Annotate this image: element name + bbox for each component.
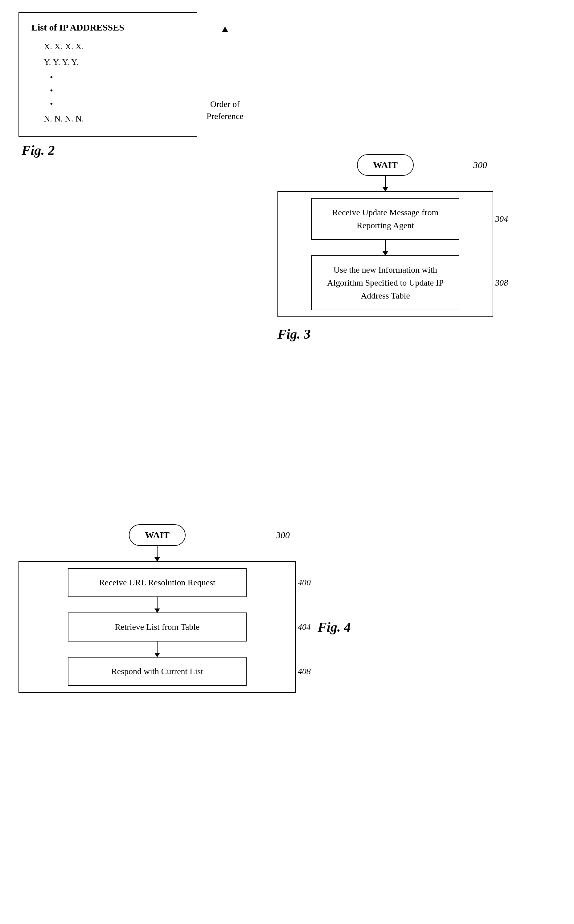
fig4-step3-ref: 408: [298, 667, 311, 676]
fig3-step2-box: Use the new Information with Algorithm S…: [311, 255, 459, 310]
ip-entry-1: X. X. X. X.: [44, 39, 184, 54]
fig4-step2-row: Retrieve List from Table 404 Fig. 4: [25, 613, 289, 641]
fig2-container: List of IP ADDRESSES X. X. X. X. Y. Y. Y…: [19, 12, 271, 137]
fig3-step1-row: Receive Update Message from Reporting Ag…: [284, 198, 486, 240]
fig3-wait-row: WAIT 300: [278, 154, 493, 176]
ip-dots: •: [50, 71, 184, 83]
fig3-arrow-1: [385, 176, 386, 191]
fig4-step1-row: Receive URL Resolution Request 400: [25, 568, 289, 597]
ip-table-box: List of IP ADDRESSES X. X. X. X. Y. Y. Y…: [19, 12, 197, 137]
fig4-wait-row: WAIT 300: [19, 524, 296, 546]
fig4-step3-box: Respond with Current List: [68, 657, 247, 686]
page-container: List of IP ADDRESSES X. X. X. X. Y. Y. Y…: [0, 0, 574, 924]
fig2-label: Fig. 2: [22, 142, 55, 158]
fig3-arrow-2: [385, 240, 386, 255]
fig4-wait-ref: 300: [276, 530, 290, 540]
fig3-step2-ref: 308: [495, 278, 508, 288]
ip-entry-2: Y. Y. Y. Y.: [44, 54, 184, 70]
ip-dots-3: •: [50, 98, 184, 110]
fig3-step2-row: Use the new Information with Algorithm S…: [284, 255, 486, 310]
fig3-wait-capsule: WAIT: [357, 154, 414, 176]
fig3-label: Fig. 3: [278, 326, 493, 342]
fig4-step1-box: Receive URL Resolution Request: [68, 568, 247, 597]
ip-dots-2: •: [50, 85, 184, 96]
fig4-step3-row: Respond with Current List 408: [25, 657, 289, 686]
fig4-flow-wrapper: Receive URL Resolution Request 400 Retri…: [19, 561, 296, 693]
order-arrow-up: [222, 27, 228, 32]
fig4-step2-ref: 404: [298, 622, 311, 632]
ip-table-title: List of IP ADDRESSES: [32, 22, 184, 33]
order-arrow-line: [225, 33, 226, 94]
order-label: Order ofPreference: [207, 98, 244, 122]
fig3-step1-box: Receive Update Message from Reporting Ag…: [311, 198, 459, 240]
fig4-container: WAIT 300 Receive URL Resolution Request …: [19, 524, 296, 693]
fig4-step1-ref: 400: [298, 578, 311, 588]
fig3-wait-ref: 300: [473, 160, 487, 170]
ip-entry-n: N. N. N. N.: [44, 111, 184, 126]
fig4-arrow-1: [157, 597, 158, 613]
fig3-flow-wrapper: Receive Update Message from Reporting Ag…: [278, 191, 493, 317]
fig4-step2-box: Retrieve List from Table: [68, 613, 247, 641]
fig4-wait-capsule: WAIT: [129, 524, 186, 546]
fig3-container: WAIT 300 Receive Update Message from Rep…: [278, 154, 493, 333]
fig4-arrow-2: [157, 641, 158, 657]
fig4-label: Fig. 4: [317, 619, 351, 635]
fig4-arrow-0: [157, 546, 158, 561]
fig3-step1-ref: 304: [495, 214, 508, 224]
